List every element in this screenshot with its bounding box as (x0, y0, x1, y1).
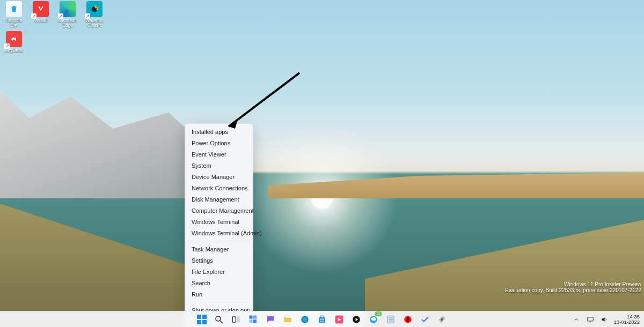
chevron-up-icon (573, 316, 580, 323)
task-view-icon (231, 315, 241, 324)
svg-rect-4 (202, 315, 207, 319)
menu-power-options[interactable]: Power Options (185, 137, 253, 148)
wallpaper-shore (268, 166, 644, 198)
menu-label: Disk Management (192, 196, 239, 203)
menu-network-connections[interactable]: Network Connections (185, 182, 253, 194)
menu-computer-management[interactable]: Computer Management (185, 205, 253, 216)
taskbar: 23 14:35 13-01-2022 (0, 311, 644, 327)
notepad-button[interactable] (384, 313, 397, 326)
tray-chevron-button[interactable] (572, 315, 581, 324)
svg-rect-10 (237, 316, 240, 322)
svg-rect-20 (320, 321, 321, 322)
widgets-button[interactable] (247, 313, 260, 326)
tray-network-button[interactable] (586, 315, 595, 324)
menu-windows-terminal-admin[interactable]: Windows Terminal (Admin) (185, 227, 253, 239)
taskbar-clock[interactable]: 14:35 13-01-2022 (613, 314, 640, 325)
folder-icon (283, 315, 292, 324)
winx-context-menu: Installed apps Power Options Event Viewe… (185, 123, 253, 327)
menu-label: File Explorer (192, 269, 225, 275)
svg-rect-19 (323, 318, 324, 319)
menu-system[interactable]: System (185, 160, 253, 171)
edge-badge: 23 (375, 311, 382, 316)
waterfox-label: Waterfox Classic (83, 18, 106, 28)
anydesk-label: AnyDesk (5, 48, 23, 53)
menu-search[interactable]: Search (185, 277, 253, 288)
clock-date: 13-01-2022 (613, 319, 640, 325)
menu-label: System (192, 162, 211, 169)
taskbar-center: 23 (195, 313, 449, 326)
edge-label: Microsoft Edge (56, 18, 79, 28)
vivaldi-icon[interactable]: ↗ Vivaldi (29, 1, 53, 23)
vivaldi-label: Vivaldi (34, 18, 48, 23)
menu-label: Event Viewer (192, 151, 226, 158)
menu-label: Task Manager (192, 246, 229, 252)
check-icon (420, 315, 430, 324)
trash-icon (10, 5, 18, 13)
file-explorer-button[interactable] (281, 313, 294, 326)
svg-rect-17 (320, 316, 324, 317)
svg-rect-11 (250, 315, 253, 318)
svg-rect-12 (253, 315, 257, 318)
desktop-icons: Recycle Bin ↗ AnyDesk ↗ Vivaldi ↗ Micros… (2, 1, 106, 53)
widgets-icon (248, 315, 258, 324)
system-tray: 14:35 13-01-2022 (572, 314, 644, 325)
edge-taskbar-icon (300, 315, 310, 324)
anydesk-icon[interactable]: ↗ AnyDesk (2, 31, 26, 53)
menu-installed-apps[interactable]: Installed apps (185, 126, 253, 137)
menu-task-manager[interactable]: Task Manager (185, 243, 253, 255)
settings-button[interactable] (436, 313, 449, 326)
edge-taskbar-button[interactable] (298, 313, 311, 326)
recycle-bin-icon[interactable]: Recycle Bin (2, 1, 26, 28)
menu-settings[interactable]: Settings (185, 255, 253, 266)
clipchamp-button[interactable] (333, 313, 346, 326)
opera-icon (403, 315, 413, 324)
menu-separator (188, 302, 250, 302)
svg-rect-6 (202, 320, 207, 324)
svg-rect-13 (250, 319, 253, 323)
store-button[interactable] (316, 313, 328, 326)
menu-label: Run (192, 291, 202, 298)
svg-line-8 (220, 321, 223, 323)
watermark-line1: Windows 11 Pro Insider Preview (505, 281, 641, 287)
menu-label: Installed apps (192, 129, 228, 135)
start-button[interactable] (195, 313, 208, 326)
opera-button[interactable] (401, 313, 414, 326)
menu-label: Search (192, 280, 210, 286)
windows-logo-icon (197, 315, 207, 324)
menu-device-manager[interactable]: Device Manager (185, 171, 253, 182)
monitor-icon (587, 316, 594, 323)
menu-event-viewer[interactable]: Event Viewer (185, 148, 253, 160)
store-icon (317, 315, 327, 324)
waterfox-glyph-icon (90, 5, 99, 13)
svg-rect-9 (232, 316, 236, 322)
svg-rect-5 (197, 320, 201, 324)
svg-rect-14 (253, 319, 257, 323)
menu-label: Computer Management (192, 207, 254, 214)
svg-point-30 (406, 316, 409, 322)
task-view-button[interactable] (230, 313, 243, 326)
speaker-icon (601, 316, 608, 323)
menu-disk-management[interactable]: Disk Management (185, 194, 253, 205)
chat-button[interactable] (264, 313, 277, 326)
gear-icon (437, 315, 447, 324)
svg-rect-21 (323, 321, 324, 322)
search-button[interactable] (213, 313, 225, 326)
chat-icon (266, 315, 275, 324)
svg-rect-18 (320, 318, 321, 319)
edge-icon[interactable]: ↗ Microsoft Edge (56, 1, 79, 28)
menu-run[interactable]: Run (185, 288, 253, 300)
menu-label: Windows Terminal (192, 219, 239, 225)
waterfox-icon[interactable]: ↗ Waterfox Classic (83, 1, 106, 28)
edge-beta-button[interactable]: 23 (367, 313, 380, 326)
menu-file-explorer[interactable]: File Explorer (185, 266, 253, 277)
menu-label: Windows Terminal (Admin) (192, 230, 262, 236)
tray-volume-button[interactable] (599, 315, 609, 324)
play-circle-icon (352, 315, 361, 324)
todo-button[interactable] (419, 313, 431, 326)
svg-rect-32 (588, 317, 594, 321)
menu-label: Network Connections (192, 185, 248, 191)
svg-point-15 (301, 316, 309, 323)
desktop-wallpaper[interactable]: Recycle Bin ↗ AnyDesk ↗ Vivaldi ↗ Micros… (0, 0, 644, 311)
media-player-button[interactable] (350, 313, 363, 326)
menu-windows-terminal[interactable]: Windows Terminal (185, 216, 253, 227)
